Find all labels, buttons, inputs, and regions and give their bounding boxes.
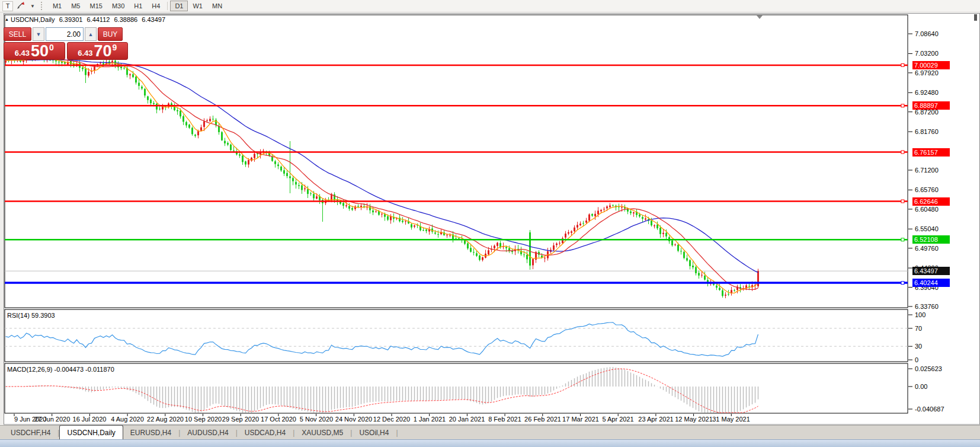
rsi-label: RSI(14) 59.3903	[7, 312, 55, 319]
price-tick-label: 6.65760	[915, 186, 939, 193]
volume-increase-button[interactable]: ▲	[85, 27, 97, 41]
rsi-tick-label: 0	[915, 356, 918, 363]
price-tick-label: 6.55040	[915, 225, 939, 232]
price-badge: 6.76157	[912, 148, 950, 157]
macd-label: MACD(12,26,9) -0.004473 -0.011870	[7, 366, 114, 373]
price-badge: 6.40244	[912, 279, 950, 287]
chart-tabbar: USDCHF,H4|USDCNH,DailyEURUSD,H4|AUDUSD,H…	[0, 425, 980, 439]
tab-usdchf-h4[interactable]: USDCHF,H4	[4, 427, 57, 439]
buy-price-box[interactable]: 6.43 70 9	[67, 42, 129, 60]
date-label: 5 Apr 2021	[602, 416, 633, 423]
price-tick-label: 6.33760	[915, 303, 939, 310]
date-label: 29 Sep 2020	[222, 416, 259, 423]
date-label: 17 Oct 2020	[261, 416, 296, 423]
date-label: 20 Jan 2021	[449, 416, 485, 423]
axis-corner-marker	[974, 14, 977, 21]
sell-button[interactable]: SELL	[4, 27, 31, 41]
price-badge: 6.43497	[912, 267, 950, 275]
rsi-tick-label: 30	[915, 343, 922, 350]
bottom-scroll-strip[interactable]	[0, 439, 980, 447]
date-label: 12 May 2021	[675, 416, 713, 423]
macd-tick-label: 0.025623	[915, 365, 942, 372]
date-label: 27 Jun 2020	[34, 416, 71, 423]
date-label: 1 Jan 2021	[414, 416, 446, 423]
price-tick-label: 6.49760	[915, 245, 939, 252]
one-click-trading-panel: SELL ▼ ▲ BUY 6.43 50 0 6.43 70 9	[4, 27, 128, 60]
date-label: 10 Sep 2020	[185, 416, 222, 423]
ohlc-low: 6.38886	[114, 16, 137, 23]
date-label: 22 Aug 2020	[147, 416, 184, 423]
buy-price-big: 70	[94, 43, 111, 59]
price-badge: 6.62646	[912, 197, 950, 206]
price-tick-label: 6.92480	[915, 89, 939, 96]
date-label: 24 Nov 2020	[335, 416, 372, 423]
price-tick-label: 6.81760	[915, 128, 939, 135]
tab-usoil-h4[interactable]: USOil,H4	[352, 427, 396, 439]
date-label: 26 Feb 2021	[524, 416, 561, 423]
tab-audusd-h4[interactable]: AUDUSD,H4	[180, 427, 235, 439]
one-click-collapse-arrow[interactable]: ▲	[5, 17, 9, 21]
date-label: 8 Feb 2021	[488, 416, 521, 423]
ohlc-open: 6.39301	[59, 16, 83, 23]
sell-price-box[interactable]: 6.43 50 0	[4, 42, 65, 60]
price-badge: 6.88897	[912, 101, 950, 110]
rsi-tick-label: 70	[915, 325, 922, 332]
date-label: 12 Dec 2020	[373, 416, 410, 423]
date-label: 5 Nov 2020	[300, 416, 333, 423]
volume-input[interactable]	[46, 27, 84, 41]
rsi-tick-label: 100	[915, 311, 925, 318]
volume-decrease-button[interactable]: ▼	[33, 27, 44, 41]
tab-usdcnh-daily[interactable]: USDCNH,Daily	[59, 425, 123, 439]
tab-xauusd-m5[interactable]: XAUUSD,M5	[294, 427, 350, 439]
buy-price-prefix: 6.43	[78, 49, 92, 58]
rsi-panel	[5, 309, 908, 362]
tab-separator: |	[396, 429, 398, 439]
buy-price-sup: 9	[113, 43, 117, 52]
date-label: 31 May 2021	[712, 416, 750, 423]
price-badge: 7.00029	[912, 61, 950, 69]
price-panel	[5, 15, 908, 308]
chart-canvas[interactable]	[0, 0, 980, 447]
date-label: 16 Jul 2020	[73, 416, 107, 423]
tab-usdcad-h4[interactable]: USDCAD,H4	[238, 427, 293, 439]
price-tick-label: 6.97920	[915, 69, 939, 76]
symbol-name: USDCNH,Daily	[11, 16, 55, 23]
ohlc-high: 6.44112	[87, 16, 110, 23]
mt4-window: T ▼ M1M5M15M30H1H4D1W1MN ▲ USDCNH,Daily …	[0, 0, 980, 447]
price-tick-label: 6.71200	[915, 167, 939, 174]
macd-tick-label: 0.00	[915, 383, 927, 390]
price-tick-label: 7.03200	[915, 50, 939, 57]
sell-price-big: 50	[31, 43, 49, 59]
ohlc-close: 6.43497	[142, 16, 165, 23]
chart-symbol-ohlc: USDCNH,Daily 6.39301 6.44112 6.38886 6.4…	[11, 16, 168, 23]
date-label: 23 Apr 2021	[638, 416, 673, 423]
sell-price-sup: 0	[49, 43, 54, 52]
tab-eurusd-h4[interactable]: EURUSD,H4	[123, 427, 178, 439]
price-badge: 6.52108	[912, 235, 950, 244]
macd-tick-label: -0.040687	[915, 406, 944, 413]
buy-button[interactable]: BUY	[98, 27, 123, 41]
date-label: 4 Aug 2020	[111, 416, 144, 423]
date-label: 17 Mar 2021	[562, 416, 599, 423]
price-tick-label: 6.60480	[915, 206, 939, 213]
price-tick-label: 7.08640	[915, 30, 939, 37]
sell-price-prefix: 6.43	[15, 49, 30, 58]
